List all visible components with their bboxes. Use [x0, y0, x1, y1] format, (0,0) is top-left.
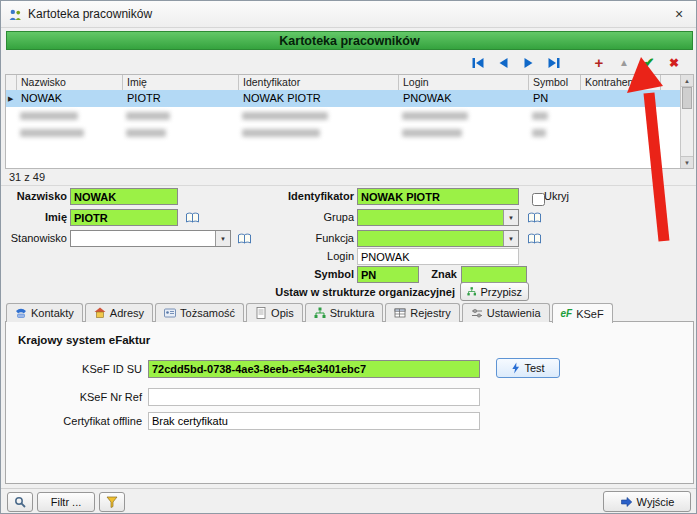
- tab-ksef[interactable]: eF KSeF: [552, 303, 613, 323]
- struktura-label: Ustaw w strukturze organizacyjnej: [239, 284, 455, 301]
- cell-identyfikator: NOWAK PIOTR: [239, 90, 399, 107]
- search-button[interactable]: [7, 492, 33, 512]
- column-header-empty: [661, 75, 682, 90]
- scroll-down-icon[interactable]: ▼: [681, 156, 693, 168]
- funkcja-select[interactable]: ▼: [357, 230, 519, 247]
- stanowisko-select[interactable]: ▼: [70, 230, 231, 247]
- column-header-kontrahent[interactable]: Kontrahent: [581, 75, 661, 90]
- edit-record-icon[interactable]: ▲: [613, 54, 635, 71]
- column-header-imie[interactable]: Imię: [123, 75, 239, 90]
- stanowisko-lookup-button[interactable]: [234, 230, 254, 247]
- funnel-icon: [106, 496, 118, 508]
- identyfikator-field[interactable]: [357, 188, 519, 205]
- id-card-icon: [164, 307, 176, 319]
- grid-row-blurred[interactable]: [6, 124, 682, 141]
- org-structure-icon: [467, 286, 476, 297]
- sliders-icon: [471, 307, 483, 319]
- column-header-login[interactable]: Login: [399, 75, 529, 90]
- grid-row-blurred[interactable]: [6, 107, 682, 124]
- grupa-label: Grupa: [269, 209, 354, 226]
- funnel-filter-button[interactable]: [99, 492, 125, 512]
- imie-lookup-button[interactable]: [182, 209, 202, 226]
- ukryj-label: Ukryj: [544, 188, 584, 205]
- first-record-button[interactable]: [467, 54, 489, 71]
- column-header-nazwisko[interactable]: Nazwisko: [17, 75, 123, 90]
- certyfikat-offline-field[interactable]: [148, 412, 480, 430]
- table-icon: [394, 307, 406, 319]
- document-icon: [255, 307, 267, 319]
- znak-field[interactable]: [461, 266, 527, 283]
- chevron-down-icon: ▼: [503, 210, 518, 225]
- prior-record-button[interactable]: [492, 54, 514, 71]
- book-icon: [527, 212, 542, 224]
- grid-row-selected[interactable]: ▶ NOWAK PIOTR NOWAK PIOTR PNOWAK PN: [6, 90, 682, 107]
- grid-scrollbar[interactable]: ▲ ▼: [680, 75, 693, 168]
- ksef-logo-icon: eF: [561, 308, 573, 319]
- cell-nazwisko: NOWAK: [17, 90, 123, 107]
- detail-tabs: Kontakty Adresy Tożsamość Opis Struktura…: [6, 302, 615, 322]
- nazwisko-field[interactable]: [70, 188, 178, 205]
- cell-symbol: PN: [529, 90, 581, 107]
- column-header-symbol[interactable]: Symbol: [529, 75, 581, 90]
- last-record-button[interactable]: [542, 54, 564, 71]
- form-banner: Kartoteka pracowników: [6, 31, 693, 50]
- chevron-down-icon: ▼: [503, 231, 518, 246]
- employee-form: Nazwisko Identyfikator Ukryj Imię Grupa …: [1, 185, 697, 300]
- tab-rejestry[interactable]: Rejestry: [385, 303, 459, 322]
- funkcja-lookup-button[interactable]: [524, 230, 544, 247]
- tab-opis[interactable]: Opis: [246, 303, 303, 322]
- ksef-section-title: Krajowy system eFaktur: [18, 334, 150, 346]
- login-field[interactable]: [357, 248, 519, 265]
- symbol-label: Symbol: [269, 266, 354, 283]
- imie-label: Imię: [3, 209, 67, 226]
- book-icon: [185, 212, 200, 224]
- record-count: 31 z 49: [9, 171, 45, 183]
- cell-kontrahent: [581, 90, 661, 107]
- app-icon: [8, 8, 22, 21]
- org-structure-icon: [314, 307, 326, 319]
- scroll-up-icon[interactable]: ▲: [681, 75, 693, 87]
- phone-icon: [15, 307, 27, 319]
- grupa-select[interactable]: ▼: [357, 209, 519, 226]
- ksef-id-su-label: KSeF ID SU: [16, 360, 142, 378]
- employee-grid: Nazwisko Imię Identyfikator Login Symbol…: [5, 74, 694, 169]
- filtr-button[interactable]: Filtr ...: [37, 492, 95, 512]
- exit-arrow-icon: [620, 496, 633, 508]
- symbol-field[interactable]: [357, 266, 419, 283]
- cell-login: PNOWAK: [399, 90, 529, 107]
- close-button[interactable]: ×: [662, 1, 696, 27]
- record-toolbar: + ▲ ✔ ✖: [6, 53, 693, 72]
- cancel-record-icon[interactable]: ✖: [663, 54, 685, 71]
- imie-field[interactable]: [70, 209, 178, 226]
- tab-kontakty[interactable]: Kontakty: [6, 303, 83, 322]
- tab-tozsamosc[interactable]: Tożsamość: [155, 303, 244, 322]
- add-record-icon[interactable]: +: [588, 54, 610, 71]
- chevron-down-icon: ▼: [215, 231, 230, 246]
- window-title: Kartoteka pracowników: [28, 7, 152, 21]
- column-header-identyfikator[interactable]: Identyfikator: [239, 75, 399, 90]
- tab-ustawienia[interactable]: Ustawienia: [462, 303, 550, 322]
- next-record-button[interactable]: [517, 54, 539, 71]
- employee-card-window: Kartoteka pracowników × Kartoteka pracow…: [0, 0, 697, 514]
- accept-record-icon[interactable]: ✔: [638, 54, 660, 71]
- grupa-lookup-button[interactable]: [524, 209, 544, 226]
- grid-header: Nazwisko Imię Identyfikator Login Symbol…: [6, 75, 693, 91]
- wyjscie-button[interactable]: Wyjście: [603, 491, 691, 512]
- toolbar-spacer: [567, 62, 585, 63]
- titlebar: Kartoteka pracowników ×: [1, 1, 696, 28]
- przypisz-button[interactable]: Przypisz: [460, 282, 529, 301]
- ksef-nr-ref-field[interactable]: [148, 388, 480, 406]
- tab-adresy[interactable]: Adresy: [85, 303, 153, 322]
- search-icon: [14, 496, 26, 508]
- indicator-column-header: [6, 75, 17, 90]
- test-button[interactable]: Test: [496, 358, 560, 378]
- tab-struktura[interactable]: Struktura: [305, 303, 384, 322]
- footer-bar: Filtr ... Wyjście: [1, 488, 697, 514]
- lightning-icon: [511, 362, 520, 374]
- house-icon: [94, 307, 106, 319]
- scroll-thumb[interactable]: [682, 87, 692, 109]
- ksef-id-su-field[interactable]: [148, 360, 480, 378]
- funkcja-label: Funkcja: [269, 230, 354, 247]
- current-row-marker-icon: ▶: [8, 95, 13, 103]
- cell-imie: PIOTR: [123, 90, 239, 107]
